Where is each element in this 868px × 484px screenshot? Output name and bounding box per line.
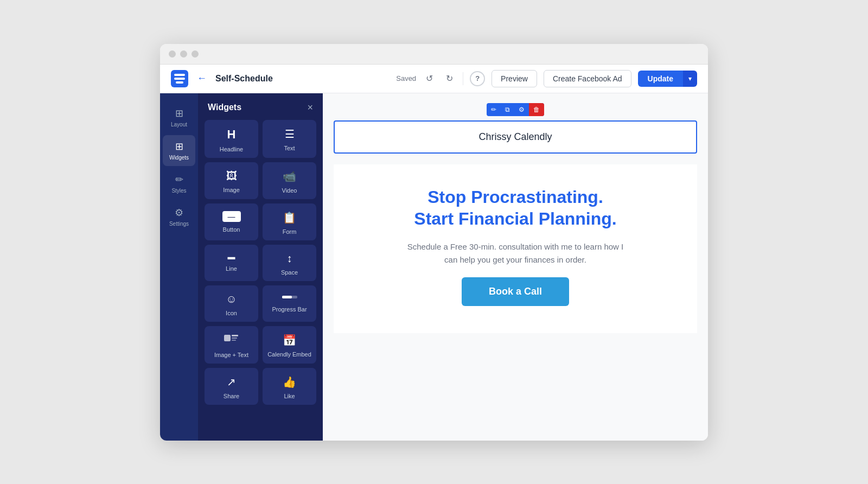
- help-button[interactable]: ?: [470, 71, 485, 86]
- video-widget-icon: 📹: [283, 170, 296, 183]
- logo-layer-3: [176, 81, 183, 84]
- widget-image-text[interactable]: Image + Text: [205, 326, 258, 364]
- like-widget-icon: 👍: [283, 375, 296, 389]
- sidebar-item-label-widgets: Widgets: [169, 155, 189, 161]
- button-widget-label: Button: [223, 226, 240, 233]
- image-widget-icon: 🖼: [226, 170, 237, 182]
- update-button-group: Update ▾: [638, 71, 697, 87]
- widget-delete-button[interactable]: 🗑: [529, 103, 544, 116]
- widget-calendly[interactable]: 📅 Calendly Embed: [263, 326, 316, 364]
- widget-copy-button[interactable]: ⧉: [501, 103, 514, 116]
- image-text-widget-icon: [224, 334, 239, 347]
- progress-bar-widget-label: Progress Bar: [272, 306, 307, 313]
- space-widget-label: Space: [281, 269, 298, 276]
- sidebar-item-settings[interactable]: ⚙ Settings: [163, 201, 195, 232]
- widgets-icon: ⊞: [175, 141, 183, 152]
- sidebar-item-label-styles: Styles: [171, 188, 186, 194]
- widget-edit-button[interactable]: ✏: [487, 103, 501, 116]
- traffic-light-maximize[interactable]: [192, 50, 199, 58]
- cta-book-call-button[interactable]: Book a Call: [462, 277, 569, 306]
- widget-space[interactable]: ↕ Space: [263, 245, 316, 281]
- video-widget-label: Video: [282, 187, 297, 194]
- svg-rect-1: [282, 296, 292, 298]
- headline-widget-label: Headline: [220, 146, 243, 152]
- toolbar-divider: [463, 72, 463, 85]
- widget-headline[interactable]: H Headline: [205, 120, 258, 158]
- sidebar-item-styles[interactable]: ✏ Styles: [163, 168, 195, 199]
- page-title: Self-Schedule: [215, 74, 273, 84]
- preview-button[interactable]: Preview: [492, 70, 537, 87]
- main-headline: Stop Procrastinating.Start Financial Pla…: [414, 186, 616, 230]
- widget-form[interactable]: 📋 Form: [263, 203, 316, 240]
- widget-button[interactable]: — Button: [205, 203, 258, 240]
- update-dropdown-button[interactable]: ▾: [683, 71, 697, 87]
- form-widget-icon: 📋: [283, 211, 296, 224]
- create-facebook-ad-button[interactable]: Create Facebook Ad: [544, 70, 631, 87]
- icon-widget-icon: ☺: [226, 293, 237, 305]
- image-text-widget-label: Image + Text: [214, 352, 248, 358]
- traffic-light-close[interactable]: [169, 50, 176, 58]
- main-content-card: Stop Procrastinating.Start Financial Pla…: [334, 164, 697, 333]
- sidebar-item-layout[interactable]: ⊞ Layout: [163, 102, 195, 133]
- share-widget-icon: ↗: [227, 375, 236, 389]
- text-widget-label: Text: [284, 145, 295, 151]
- header-widget-name: Chrissy Calendly: [478, 131, 552, 142]
- svg-rect-2: [224, 335, 231, 341]
- update-button[interactable]: Update: [638, 71, 683, 87]
- browser-titlebar: [160, 44, 708, 65]
- widget-like[interactable]: 👍 Like: [263, 368, 316, 405]
- header-widget[interactable]: Chrissy Calendly: [334, 120, 697, 154]
- widget-icon[interactable]: ☺ Icon: [205, 285, 258, 322]
- styles-icon: ✏: [175, 174, 183, 186]
- share-widget-label: Share: [224, 393, 239, 399]
- svg-rect-5: [232, 340, 236, 341]
- icon-widget-label: Icon: [226, 310, 237, 316]
- widget-share[interactable]: ↗ Share: [205, 368, 258, 405]
- svg-rect-4: [232, 337, 237, 339]
- widget-text[interactable]: ☰ Text: [263, 120, 316, 158]
- widget-image[interactable]: 🖼 Image: [205, 162, 258, 199]
- app-body: ⊞ Layout ⊞ Widgets ✏ Styles ⚙ Settings W…: [160, 93, 708, 441]
- calendly-widget-icon: 📅: [283, 334, 296, 347]
- header-widget-container: ✏ ⧉ ⚙ 🗑 Chrissy Calendly: [334, 120, 697, 154]
- button-widget-icon: —: [222, 211, 241, 222]
- canvas-area: ✏ ⧉ ⚙ 🗑 Chrissy Calendly Stop Procrastin…: [323, 93, 708, 441]
- logo-layer-1: [174, 74, 185, 76]
- headline-widget-icon: H: [227, 128, 236, 142]
- undo-button[interactable]: ↺: [423, 71, 436, 86]
- sidebar-item-widgets[interactable]: ⊞ Widgets: [163, 135, 195, 166]
- line-widget-label: Line: [226, 265, 237, 272]
- saved-label: Saved: [396, 74, 416, 82]
- main-subtext: Schedule a Free 30-min. consultation wit…: [401, 240, 629, 266]
- back-button[interactable]: ←: [195, 71, 209, 86]
- progress-bar-widget-icon: [282, 293, 297, 302]
- widget-toolbar: ✏ ⧉ ⚙ 🗑: [487, 103, 544, 116]
- widgets-panel: Widgets × H Headline ☰ Text 🖼 Image: [198, 93, 323, 441]
- settings-icon: ⚙: [175, 207, 183, 219]
- widgets-panel-title: Widgets: [208, 103, 241, 112]
- traffic-light-minimize[interactable]: [180, 50, 187, 58]
- sidebar-item-label-settings: Settings: [169, 221, 189, 227]
- text-widget-icon: ☰: [285, 128, 295, 141]
- calendly-widget-label: Calendly Embed: [267, 351, 311, 358]
- widgets-grid: H Headline ☰ Text 🖼 Image 📹 Video: [198, 120, 323, 405]
- sidebar-item-label-layout: Layout: [171, 122, 187, 128]
- browser-window: ← Self-Schedule Saved ↺ ↻ ? Preview Crea…: [160, 44, 708, 441]
- like-widget-label: Like: [284, 393, 295, 399]
- image-widget-label: Image: [223, 187, 240, 193]
- layout-icon: ⊞: [175, 107, 183, 119]
- widget-settings-button[interactable]: ⚙: [514, 103, 529, 116]
- left-nav: ⊞ Layout ⊞ Widgets ✏ Styles ⚙ Settings: [160, 93, 198, 441]
- app-logo: [171, 70, 188, 87]
- logo-layer-2: [174, 78, 185, 80]
- form-widget-label: Form: [283, 228, 297, 235]
- canvas-content: ✏ ⧉ ⚙ 🗑 Chrissy Calendly Stop Procrastin…: [334, 110, 697, 333]
- widgets-header: Widgets ×: [198, 93, 323, 120]
- widget-progress-bar[interactable]: Progress Bar: [263, 285, 316, 322]
- widget-video[interactable]: 📹 Video: [263, 162, 316, 199]
- widgets-close-button[interactable]: ×: [307, 102, 313, 113]
- redo-button[interactable]: ↻: [443, 71, 456, 86]
- line-widget-icon: ▬: [228, 252, 235, 261]
- widget-line[interactable]: ▬ Line: [205, 245, 258, 281]
- space-widget-icon: ↕: [287, 252, 292, 265]
